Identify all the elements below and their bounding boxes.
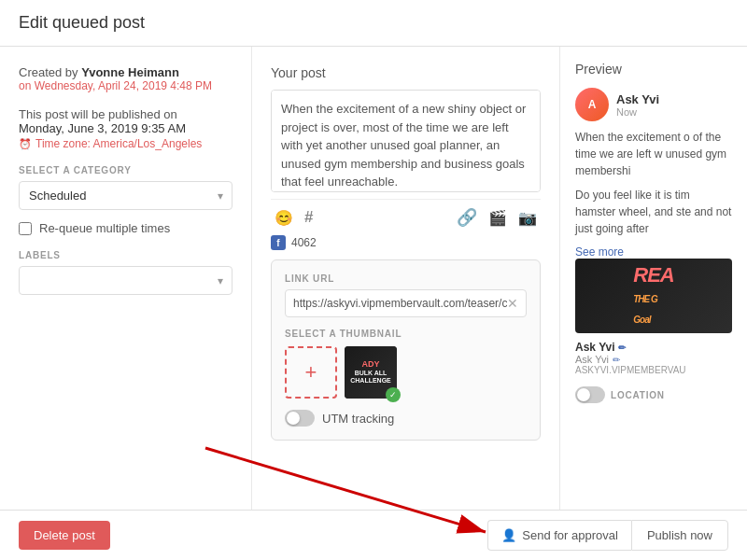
requeue-label: Re-queue multiple times (39, 221, 170, 235)
category-select-wrapper[interactable]: Scheduled (19, 181, 233, 210)
edit-name-icon[interactable]: ✏ (618, 343, 626, 353)
link-icon[interactable]: 🔗 (457, 207, 477, 228)
center-panel: Your post When the excitement of a new s… (252, 47, 560, 557)
labels-select[interactable] (19, 266, 233, 295)
utm-toggle[interactable] (285, 410, 315, 427)
toolbar-row: 😊 # 🔗 🎬 📷 (271, 199, 541, 235)
preview-text-2: Do you feel like it is tim hamster wheel… (575, 187, 732, 237)
labels-label: LABELS (19, 250, 233, 260)
requeue-checkbox[interactable] (19, 222, 32, 235)
preview-text-1: When the excitement o of the time we are… (575, 129, 732, 179)
char-count-row: f 4062 (271, 235, 541, 250)
thumbnail-selected-icon: ✓ (386, 387, 401, 402)
main-content: Created by Yvonne Heimann on Wednesday, … (0, 47, 747, 557)
created-by-label: Created by (19, 65, 78, 79)
video-icon[interactable]: 🎬 (488, 209, 507, 227)
requeue-row: Re-queue multiple times (19, 221, 233, 235)
location-toggle-knob (577, 388, 590, 401)
thumbnail-row: + ADY BULK ALLCHALLENGE ✓ (285, 346, 527, 399)
emoji-icon[interactable]: 😊 (275, 209, 293, 227)
link-url-label: LINK URL (285, 273, 527, 284)
location-label: LOCATION (611, 390, 665, 400)
timezone-label: Time zone: America/Los_Angeles (35, 137, 202, 150)
footer: Delete post 👤 Send for approval Publish … (0, 510, 747, 560)
labels-select-wrapper[interactable] (19, 266, 233, 295)
created-date: on Wednesday, April 24, 2019 4:48 PM (19, 79, 233, 92)
hashtag-icon[interactable]: # (304, 208, 313, 227)
location-toggle-row: LOCATION (575, 386, 732, 403)
thumbnail-label: SELECT A THUMBNAIL (285, 329, 527, 339)
publish-label: This post will be published on (19, 107, 233, 121)
page-title: Edit queued post (19, 13, 728, 33)
url-input-row[interactable]: ✕ (285, 289, 527, 317)
footer-actions: 👤 Send for approval Publish now (487, 520, 728, 551)
page-header: Edit queued post (0, 0, 747, 47)
preview-page-name: Ask Yvi (616, 92, 659, 106)
preview-time: Now (616, 106, 659, 118)
preview-title: Preview (575, 62, 732, 77)
url-clear-icon[interactable]: ✕ (507, 296, 518, 311)
add-thumbnail-button[interactable]: + (285, 346, 337, 399)
thumbnail-preview[interactable]: ADY BULK ALLCHALLENGE ✓ (345, 346, 397, 399)
category-select[interactable]: Scheduled (19, 181, 233, 210)
see-more-link[interactable]: See more (575, 245, 624, 259)
preview-page-info: Ask Yvi Now (616, 92, 659, 118)
right-panel: Preview A Ask Yvi Now When the excitemen… (560, 47, 747, 557)
left-panel: Created by Yvonne Heimann on Wednesday, … (0, 47, 252, 557)
location-section: LOCATION (575, 386, 732, 403)
link-url-section: LINK URL ✕ SELECT A THUMBNAIL + ADY BULK… (271, 259, 541, 441)
location-toggle[interactable] (575, 386, 605, 403)
created-by-section: Created by Yvonne Heimann on Wednesday, … (19, 65, 233, 92)
clock-icon: ⏰ (19, 138, 32, 150)
preview-url: ASKYVI.VIPMEMBERVAU (575, 365, 732, 375)
preview-image: REATHE GGoal (575, 259, 732, 333)
avatar: A (575, 88, 609, 121)
preview-image-text: REATHE GGoal (633, 265, 673, 327)
publish-info: This post will be published on Monday, J… (19, 107, 233, 150)
labels-section: LABELS (19, 250, 233, 295)
utm-label: UTM tracking (322, 412, 394, 426)
post-textarea[interactable]: When the excitement of a new shiny objec… (271, 90, 541, 192)
char-count: 4062 (291, 236, 317, 249)
publish-now-button[interactable]: Publish now (631, 520, 728, 551)
preview-page-sub: Ask Yvi ✏ (575, 354, 732, 365)
edit-sub-icon[interactable]: ✏ (613, 355, 620, 365)
author-name: Yvonne Heimann (81, 65, 179, 79)
person-icon: 👤 (501, 528, 516, 542)
publish-date: Monday, June 3, 2019 9:35 AM (19, 121, 233, 135)
delete-post-button[interactable]: Delete post (19, 521, 110, 550)
center-panel-title: Your post (271, 65, 541, 80)
utm-row: UTM tracking (285, 410, 527, 427)
timezone: ⏰ Time zone: America/Los_Angeles (19, 137, 233, 150)
toggle-knob (287, 412, 300, 425)
category-label: SELECT A CATEGORY (19, 165, 233, 175)
facebook-icon: f (271, 235, 286, 250)
preview-post-name: Ask Yvi ✏ (575, 341, 732, 354)
url-input[interactable] (293, 290, 507, 316)
send-approval-button[interactable]: 👤 Send for approval (487, 520, 631, 551)
preview-header: A Ask Yvi Now (575, 88, 732, 121)
image-icon[interactable]: 📷 (518, 209, 537, 227)
